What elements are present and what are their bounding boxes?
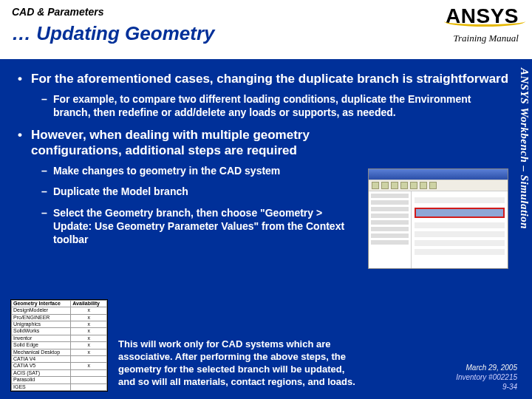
- slide-header: CAD & Parameters … Updating Geometry ANS…: [0, 0, 532, 59]
- toolbar-icon: [391, 182, 398, 189]
- table-row: SolidWorksx: [12, 328, 107, 335]
- bullet-dash-icon: –: [41, 92, 53, 119]
- footer-page: 9-34: [456, 382, 517, 392]
- bullet-1-sub-1-text: For example, to compare two different lo…: [53, 92, 510, 119]
- table-header-availability: Availability: [71, 300, 107, 307]
- thumb-toolbar: [369, 180, 508, 191]
- thumb-titlebar: [369, 169, 508, 180]
- table-row: CATIA V4: [12, 356, 107, 363]
- footer-date: March 29, 2005: [456, 363, 517, 372]
- table-row: Solid Edgex: [12, 342, 107, 349]
- table-row: CATIA V5x: [12, 363, 107, 369]
- bullet-2: • However, when dealing with multiple ge…: [18, 127, 510, 159]
- bullet-dash-icon: –: [41, 164, 53, 177]
- toolbar-icon: [429, 182, 437, 189]
- vertical-side-label: ANSYS Workbench – Simulation: [514, 68, 531, 312]
- bottom-note: This will work only for CAD systems whic…: [118, 338, 362, 389]
- training-manual-label: Training Manual: [446, 33, 519, 44]
- slide-content: • For the aforementioned cases, changing…: [12, 68, 510, 253]
- screenshot-thumbnail: [368, 168, 508, 269]
- bullet-dot-icon: •: [18, 71, 31, 86]
- toolbar-icon: [420, 182, 427, 189]
- thumb-tree-panel: [369, 191, 412, 268]
- toolbar-icon: [400, 182, 408, 189]
- bullet-2-sub-1-text: Make changes to geometry in the CAD syst…: [53, 164, 280, 177]
- thumb-main-panel: [412, 191, 508, 268]
- slide-footer: March 29, 2005 Inventory #002215 9-34: [456, 363, 517, 392]
- logo-block: ANSYS Training Manual: [446, 4, 519, 44]
- table-row: Inventorx: [12, 335, 107, 341]
- toolbar-icon: [410, 182, 417, 189]
- bullet-1-sub-1: – For example, to compare two different …: [41, 92, 510, 119]
- thumb-highlighted-row: [415, 208, 505, 218]
- table-row: Unigraphicsx: [12, 321, 107, 328]
- ansys-logo: ANSYS: [446, 4, 519, 28]
- bullet-2-sub-2-text: Duplicate the Model branch: [53, 185, 188, 198]
- bullet-2-text: However, when dealing with multiple geom…: [31, 127, 341, 159]
- table-row: ACIS (SAT): [12, 369, 107, 376]
- table-header-interface: Geometry Interface: [12, 300, 71, 307]
- table-row: Mechanical Desktopx: [12, 349, 107, 355]
- table-row: Parasolid: [12, 377, 107, 383]
- toolbar-icon: [372, 182, 379, 189]
- slide-title: … Updating Geometry: [12, 22, 520, 45]
- toolbar-icon: [381, 182, 389, 189]
- table-row: Pro/ENGINEERx: [12, 314, 107, 321]
- bullet-1-text: For the aforementioned cases, changing t…: [31, 71, 508, 86]
- table-row: IGES: [12, 383, 107, 390]
- bullet-dot-icon: •: [18, 127, 31, 159]
- footer-inventory: Inventory #002215: [456, 372, 517, 382]
- availability-table: Geometry Interface Availability DesignMo…: [10, 299, 108, 392]
- bullet-dash-icon: –: [41, 185, 53, 198]
- bullet-dash-icon: –: [41, 206, 53, 247]
- logo-swoosh-icon: [444, 16, 525, 27]
- bullet-1: • For the aforementioned cases, changing…: [18, 71, 510, 86]
- bullet-2-sub-3-text: Select the Geometry branch, then choose …: [53, 206, 349, 247]
- table-row: DesignModelerx: [12, 307, 107, 314]
- thumb-body: [369, 191, 508, 268]
